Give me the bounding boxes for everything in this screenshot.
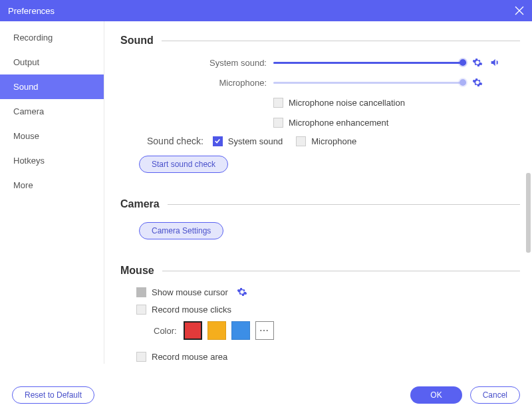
- system-sound-label: System sound:: [120, 58, 273, 68]
- click-color-more-icon[interactable]: ⋯: [255, 321, 274, 340]
- microphone-label: Microphone:: [120, 78, 273, 88]
- record-area-checkbox[interactable]: [136, 352, 146, 362]
- click-color-blue[interactable]: [231, 321, 250, 340]
- microphone-gear-icon[interactable]: [471, 76, 483, 88]
- soundcheck-mic-label: Microphone: [311, 136, 356, 146]
- window-titlebar: Preferences: [0, 0, 532, 21]
- section-heading-camera: Camera: [120, 198, 520, 210]
- footer: Reset to Default OK Cancel: [0, 377, 532, 413]
- soundcheck-system-checkbox[interactable]: [213, 136, 223, 146]
- record-area-label: Record mouse area: [152, 352, 227, 362]
- sidebar-item-hotkeys[interactable]: Hotkeys: [0, 148, 104, 173]
- show-cursor-label: Show mouse cursor: [152, 287, 228, 297]
- speaker-icon[interactable]: [489, 57, 501, 69]
- record-clicks-label: Record mouse clicks: [152, 305, 231, 315]
- scrollbar-thumb[interactable]: [526, 173, 531, 253]
- click-color-label: Color:: [154, 326, 177, 336]
- sidebar: Recording Output Sound Camera Mouse Hotk…: [0, 21, 104, 364]
- camera-settings-button[interactable]: Camera Settings: [139, 222, 223, 239]
- click-color-red[interactable]: [184, 321, 202, 340]
- sound-check-label: Sound check:: [147, 136, 203, 146]
- noise-cancel-label: Microphone noise cancellation: [289, 98, 405, 108]
- microphone-slider[interactable]: [273, 78, 466, 87]
- sidebar-item-output[interactable]: Output: [0, 50, 104, 74]
- cancel-button[interactable]: Cancel: [470, 386, 520, 404]
- record-clicks-checkbox[interactable]: [136, 305, 146, 315]
- click-color-orange[interactable]: [207, 321, 226, 340]
- start-sound-check-button[interactable]: Start sound check: [139, 156, 228, 173]
- mic-enhance-label: Microphone enhancement: [289, 118, 388, 128]
- sidebar-item-more[interactable]: More: [0, 173, 104, 198]
- sidebar-item-recording[interactable]: Recording: [0, 25, 104, 50]
- noise-cancel-checkbox[interactable]: [273, 98, 283, 108]
- system-sound-slider[interactable]: [273, 58, 466, 67]
- soundcheck-system-label: System sound: [228, 136, 283, 146]
- section-heading-mouse: Mouse: [120, 265, 520, 277]
- sidebar-item-camera[interactable]: Camera: [0, 99, 104, 124]
- close-icon[interactable]: [515, 6, 524, 15]
- window-title: Preferences: [8, 6, 55, 16]
- ok-button[interactable]: OK: [410, 386, 462, 404]
- content-pane: Sound System sound: Microphone:: [104, 21, 532, 364]
- show-cursor-gear-icon[interactable]: [236, 286, 248, 298]
- section-heading-sound: Sound: [120, 35, 520, 47]
- mic-enhance-checkbox[interactable]: [273, 118, 283, 128]
- sidebar-item-mouse[interactable]: Mouse: [0, 124, 104, 148]
- system-sound-gear-icon[interactable]: [471, 57, 483, 69]
- sidebar-item-sound[interactable]: Sound: [0, 74, 104, 99]
- soundcheck-mic-checkbox[interactable]: [296, 136, 306, 146]
- reset-to-default-button[interactable]: Reset to Default: [12, 386, 94, 404]
- show-cursor-checkbox[interactable]: [136, 287, 146, 297]
